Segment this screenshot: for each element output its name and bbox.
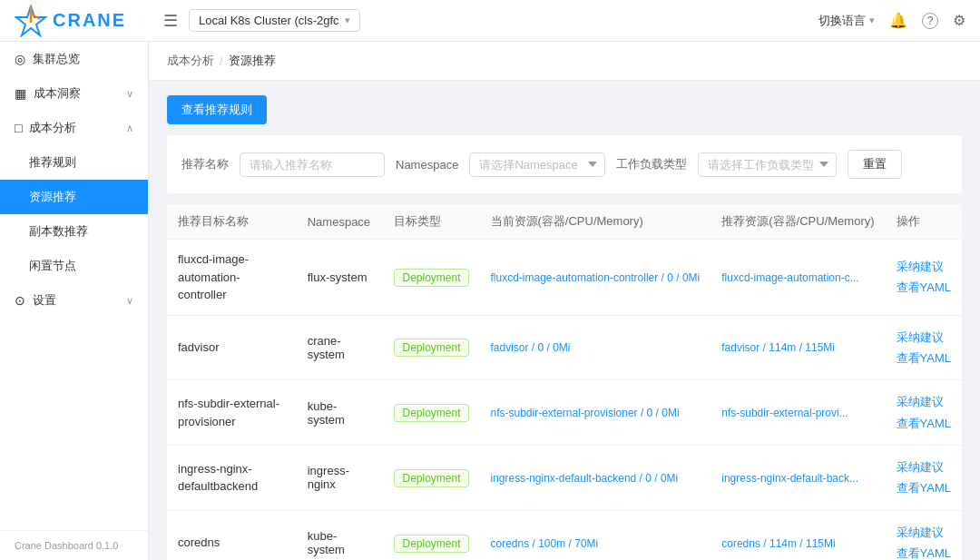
cell-type: Deployment — [383, 315, 479, 380]
cell-namespace: crane-system — [297, 315, 384, 380]
namespace-filter-label: Namespace — [396, 158, 458, 172]
cell-type: Deployment — [383, 240, 479, 316]
data-table: 推荐目标名称 Namespace 目标类型 当前资源(容器/CPU/Memory… — [167, 204, 962, 560]
cell-current: fluxcd-image-automation-controller / 0 /… — [480, 240, 711, 316]
cell-name: ingress-nginx-defaultbackend — [167, 446, 297, 511]
table-row: fluxcd-image-automation-controller flux-… — [167, 240, 962, 316]
lang-label: 切换语言 — [818, 13, 866, 29]
cell-namespace: ingress-nginx — [297, 446, 384, 511]
view-yaml-link[interactable]: 查看YAML — [897, 543, 951, 560]
sidebar-item-recommend-rules[interactable]: 推荐规则 — [0, 145, 148, 180]
sidebar-item-resource-recommend[interactable]: 资源推荐 — [0, 180, 148, 214]
table-row: nfs-subdir-external-provisioner kube-sys… — [167, 380, 962, 446]
table-row: ingress-nginx-defaultbackend ingress-ngi… — [167, 446, 962, 511]
breadcrumb-separator: / — [220, 54, 223, 68]
cell-current: coredns / 100m / 70Mi — [480, 510, 711, 560]
view-yaml-link[interactable]: 查看YAML — [897, 348, 951, 368]
adopt-recommendation-link[interactable]: 采纳建议 — [897, 391, 951, 412]
chevron-down-icon: ∨ — [126, 295, 133, 307]
col-name: 推荐目标名称 — [167, 204, 297, 240]
sidebar-item-cluster-overview[interactable]: ◎ 集群总览 — [0, 42, 148, 76]
sidebar-footer: Crane Dashboard 0.1.0 — [0, 530, 148, 560]
workload-filter-label: 工作负载类型 — [616, 156, 687, 172]
col-namespace: Namespace — [297, 204, 384, 240]
name-filter-input[interactable] — [240, 152, 385, 177]
cell-current: ingress-nginx-default-backend / 0 / 0Mi — [480, 446, 711, 511]
cost-insight-icon: ▦ — [15, 86, 26, 101]
table-scroll-container: 推荐目标名称 Namespace 目标类型 当前资源(容器/CPU/Memory… — [167, 204, 962, 560]
cell-action: 采纳建议 查看YAML — [886, 510, 962, 560]
breadcrumb-parent: 成本分析 — [167, 53, 214, 69]
cell-namespace: kube-system — [297, 380, 384, 446]
cell-recommended: nfs-subdir-external-provi... — [710, 380, 885, 446]
sidebar-item-cost-analysis[interactable]: □ 成本分析 ∧ — [0, 111, 148, 145]
cell-name: coredns — [167, 510, 297, 560]
cell-name: fluxcd-image-automation-controller — [167, 240, 297, 316]
cell-namespace: flux-system — [297, 240, 384, 316]
sidebar-item-label: 推荐规则 — [29, 154, 76, 171]
adopt-recommendation-link[interactable]: 采纳建议 — [897, 522, 951, 543]
table-header: 推荐目标名称 Namespace 目标类型 当前资源(容器/CPU/Memory… — [167, 204, 962, 240]
language-switcher[interactable]: 切换语言 ▾ — [818, 13, 875, 29]
sidebar-item-label: 成本分析 — [29, 120, 76, 136]
bell-icon[interactable]: 🔔 — [889, 12, 907, 29]
reset-filter-button[interactable]: 重置 — [848, 150, 902, 179]
adopt-recommendation-link[interactable]: 采纳建议 — [897, 256, 951, 277]
cell-action: 采纳建议 查看YAML — [886, 240, 962, 316]
sidebar-item-label: 成本洞察 — [34, 85, 81, 102]
topbar-right: 切换语言 ▾ 🔔 ? ⚙ — [818, 12, 965, 29]
cell-current: nfs-subdir-external-provisioner / 0 / 0M… — [480, 380, 711, 446]
name-filter-label: 推荐名称 — [181, 156, 229, 172]
sidebar-item-settings[interactable]: ⊙ 设置 ∨ — [0, 283, 148, 318]
sidebar-item-idle-nodes[interactable]: 闲置节点 — [0, 249, 148, 283]
col-current: 当前资源(容器/CPU/Memory) — [480, 204, 711, 240]
table-body: fluxcd-image-automation-controller flux-… — [167, 240, 962, 561]
cell-namespace: kube-system — [297, 510, 384, 560]
cell-current: fadvisor / 0 / 0Mi — [480, 315, 711, 380]
cluster-selector[interactable]: Local K8s Cluster (cls-2gfc ▾ — [189, 9, 360, 32]
adopt-recommendation-link[interactable]: 采纳建议 — [897, 457, 951, 477]
help-icon[interactable]: ? — [922, 13, 938, 29]
settings-icon[interactable]: ⚙ — [953, 12, 965, 29]
crane-logo-icon — [15, 5, 47, 37]
topbar: CRANE ☰ Local K8s Cluster (cls-2gfc ▾ 切换… — [0, 0, 980, 42]
sidebar-item-label: 资源推荐 — [29, 189, 76, 205]
sidebar-version: Crane Dashboard 0.1.0 — [15, 540, 118, 551]
view-yaml-link[interactable]: 查看YAML — [897, 277, 951, 298]
cell-type: Deployment — [383, 446, 479, 511]
sidebar: ◎ 集群总览 ▦ 成本洞察 ∨ □ 成本分析 ∧ 推荐规则 资源推荐 副本数推荐… — [0, 42, 149, 560]
view-rules-button[interactable]: 查看推荐规则 — [167, 95, 267, 124]
chevron-up-icon: ∧ — [126, 123, 133, 134]
cluster-label: Local K8s Cluster (cls-2gfc — [199, 14, 339, 27]
col-type: 目标类型 — [383, 204, 479, 240]
cell-type: Deployment — [383, 510, 479, 560]
logo: CRANE — [15, 5, 163, 37]
table-row: coredns kube-system Deployment coredns /… — [167, 510, 962, 560]
breadcrumb-current: 资源推荐 — [229, 53, 276, 69]
cell-action: 采纳建议 查看YAML — [886, 446, 962, 511]
cluster-arrow-icon: ▾ — [345, 15, 350, 26]
table-row: fadvisor crane-system Deployment fadviso… — [167, 315, 962, 380]
cell-name: fadvisor — [167, 315, 297, 380]
adopt-recommendation-link[interactable]: 采纳建议 — [897, 327, 951, 348]
sidebar-item-cost-insight[interactable]: ▦ 成本洞察 ∨ — [0, 76, 148, 111]
main-content: 成本分析 / 资源推荐 查看推荐规则 推荐名称 Namespace 请选择Nam… — [149, 42, 980, 560]
cost-analysis-icon: □ — [15, 121, 22, 135]
sidebar-item-replica-recommend[interactable]: 副本数推荐 — [0, 214, 148, 249]
chevron-down-icon: ∨ — [126, 88, 133, 100]
sidebar-item-label: 副本数推荐 — [29, 223, 88, 240]
breadcrumb: 成本分析 / 资源推荐 — [149, 42, 980, 81]
toolbar: 查看推荐规则 — [167, 95, 962, 124]
sidebar-item-label: 设置 — [33, 292, 56, 309]
workload-filter-select[interactable]: 请选择工作负载类型 — [698, 152, 837, 177]
namespace-filter-select[interactable]: 请选择Namespace — [469, 152, 605, 177]
cell-recommended: fadvisor / 114m / 115Mi — [710, 315, 885, 380]
view-yaml-link[interactable]: 查看YAML — [897, 477, 951, 498]
cell-name: nfs-subdir-external-provisioner — [167, 380, 297, 446]
menu-toggle-button[interactable]: ☰ — [163, 11, 178, 31]
lang-arrow-icon: ▾ — [869, 15, 875, 26]
cell-action: 采纳建议 查看YAML — [886, 315, 962, 380]
view-yaml-link[interactable]: 查看YAML — [897, 413, 951, 434]
sidebar-item-label: 集群总览 — [33, 51, 80, 67]
page-content: 查看推荐规则 推荐名称 Namespace 请选择Namespace 工作负载类… — [149, 81, 980, 560]
